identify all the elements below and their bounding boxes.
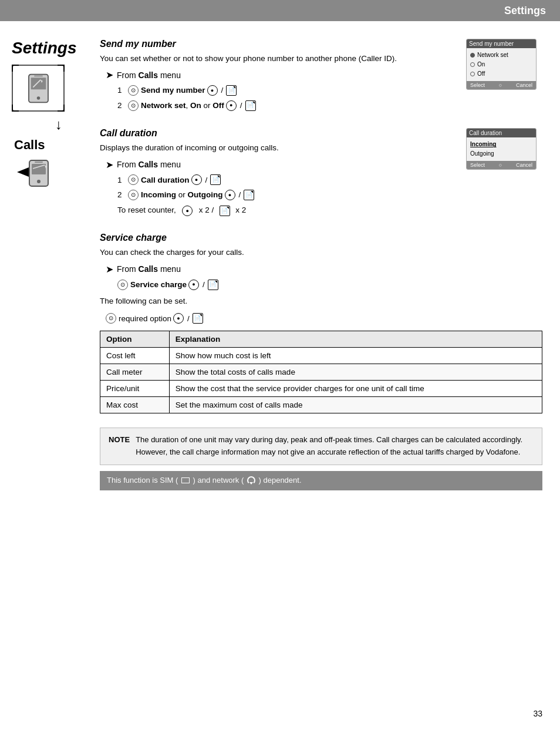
arrow-right-icon: ➤ <box>106 69 113 80</box>
slash-service: / <box>203 278 205 291</box>
service-charge-desc: You can check the charges for your calls… <box>100 247 542 258</box>
header-bar: Settings <box>0 0 560 21</box>
from-calls-label: From Calls menu <box>117 70 181 80</box>
thumb-outgoing-label: Outgoing <box>470 149 532 159</box>
following-text: The following can be set. <box>100 295 542 307</box>
section-call-duration-content: Call duration Displays the duration of i… <box>100 128 460 218</box>
step-1-send-label: Send my number <box>141 84 205 97</box>
thumb-incoming-label: Incoming <box>470 140 532 149</box>
sim-note-text: This function is SIM ( ) and network ( )… <box>107 476 302 485</box>
thumb-call-duration: Call duration Incoming Outgoing Select ○… <box>466 128 537 170</box>
nav-icon-1b: ⊙ <box>128 174 139 185</box>
nav-icon-2: ⊙ <box>128 100 139 111</box>
content-area: Send my number You can set whether or no… <box>94 33 560 496</box>
call-duration-from: ➤ From Calls menu <box>106 159 460 170</box>
nav-icon-required: ⊙ <box>106 313 116 324</box>
section-call-duration-layout: Call duration Displays the duration of i… <box>100 128 542 218</box>
required-option-line: ⊙ required option ● / 📄 <box>106 312 542 325</box>
radio-on <box>470 62 475 67</box>
send-my-number-thumb: Send my number Network set On <box>466 39 542 114</box>
slash-2b: / <box>239 189 241 201</box>
slash-2: / <box>240 99 242 112</box>
step-num-1: 1 <box>117 84 126 97</box>
explanation-call-meter: Show the total costs of calls made <box>169 364 542 381</box>
table-row: Price/unit Show the cost that the servic… <box>100 381 542 397</box>
section-send-my-number-content: Send my number You can set whether or no… <box>100 39 460 114</box>
network-icon <box>247 476 255 485</box>
thumb-select-label: Select <box>470 82 485 88</box>
thumb-cancel-label-2: Cancel <box>516 162 532 168</box>
radio-off <box>470 72 475 76</box>
col-option: Option <box>100 331 170 348</box>
step-2-duration: 2 ⊙ Incoming or Outgoing ● / 📄 <box>117 189 460 201</box>
step-2-duration-label: Incoming or Outgoing <box>141 189 223 201</box>
arrow-phone-svg <box>14 156 67 191</box>
thumb-network-label: Network set <box>477 51 508 60</box>
select-btn-required: ● <box>173 313 184 324</box>
thumb-on-label: On <box>477 60 485 69</box>
doc-icon-1: 📄 <box>226 85 237 96</box>
svg-marker-6 <box>17 167 29 177</box>
nav-icon-2b: ⊙ <box>128 190 139 200</box>
thumb-select-label-2: Select <box>470 162 485 168</box>
doc-icon-1b: 📄 <box>210 174 221 185</box>
doc-icon-2b: 📄 <box>244 190 254 200</box>
main-layout: Settings ↓ Calls <box>0 21 560 508</box>
doc-icon-2: 📄 <box>245 100 256 111</box>
doc-icon-service: 📄 <box>208 280 218 290</box>
from-calls-label-2: From Calls menu <box>117 160 181 169</box>
explanation-max-cost: Set the maximum cost of calls made <box>169 397 542 413</box>
select-btn-service: ● <box>188 280 199 290</box>
calls-label: Calls <box>14 137 94 153</box>
reset-btn: ● <box>182 206 193 216</box>
svg-rect-1 <box>31 78 46 89</box>
doc-icon-reset: 📄 <box>220 206 230 216</box>
step-1-duration: 1 ⊙ Call duration ● / 📄 <box>117 174 460 187</box>
slash-required: / <box>187 312 190 325</box>
thumb-duration-footer: Select ○ Cancel <box>467 161 536 169</box>
thumb-center-btn-2: ○ <box>499 162 502 168</box>
step-1-duration-label: Call duration <box>141 174 190 187</box>
table-row: Max cost Set the maximum cost of calls m… <box>100 397 542 413</box>
explanation-cost-left: Show how much cost is left <box>169 348 542 364</box>
corner-tr <box>58 65 65 72</box>
thumb-cancel-label: Cancel <box>516 82 532 88</box>
arrow-phone-icon <box>14 153 67 194</box>
step-num-1b: 1 <box>117 174 126 187</box>
arrow-right-icon-2: ➤ <box>106 159 113 170</box>
thumb-duration-body: Incoming Outgoing <box>467 137 536 161</box>
sidebar-title: Settings <box>12 39 94 58</box>
call-duration-title: Call duration <box>100 128 460 139</box>
svg-rect-10 <box>35 162 43 163</box>
section-send-my-number: Send my number You can set whether or no… <box>100 39 542 114</box>
thumb-center-btn: ○ <box>499 82 502 88</box>
left-sidebar: Settings ↓ Calls <box>0 33 94 496</box>
nav-icon-service: ⊙ <box>117 280 128 290</box>
reset-counter-note: To reset counter, ● x 2 / 📄 x 2 <box>117 204 460 217</box>
send-my-number-from: ➤ From Calls menu <box>106 69 460 80</box>
corner-br <box>58 105 65 112</box>
sim-note: This function is SIM ( ) and network ( )… <box>100 471 542 490</box>
option-max-cost: Max cost <box>100 397 170 413</box>
step-1-send: 1 ⊙ Send my number ● / 📄 <box>117 84 460 97</box>
corner-bl <box>12 105 19 112</box>
slash-1: / <box>221 84 224 97</box>
thumb-on: On <box>470 60 532 69</box>
step-2-send-label: Network set, On or Off <box>141 99 224 112</box>
col-explanation: Explanation <box>169 331 542 348</box>
sim-icon <box>181 477 190 483</box>
send-my-number-desc: You can set whether or not to show your … <box>100 53 460 65</box>
down-arrow-icon: ↓ <box>23 116 94 133</box>
options-table: Option Explanation Cost left Show how mu… <box>100 331 542 413</box>
doc-icon-required: 📄 <box>193 313 203 324</box>
option-cost-left: Cost left <box>100 348 170 364</box>
service-charge-from: ➤ From Calls menu <box>106 264 542 275</box>
thumb-send-body: Network set On Off <box>467 48 536 81</box>
service-charge-title: Service charge <box>100 233 542 243</box>
select-btn-1b: ● <box>191 174 202 185</box>
step-2-send: 2 ⊙ Network set, On or Off ● / 📄 <box>117 99 460 112</box>
service-charge-step-label: Service charge <box>130 278 187 291</box>
option-price-unit: Price/unit <box>100 381 170 397</box>
service-charge-step: ⊙ Service charge ● / 📄 <box>117 278 542 291</box>
svg-point-9 <box>37 180 41 183</box>
